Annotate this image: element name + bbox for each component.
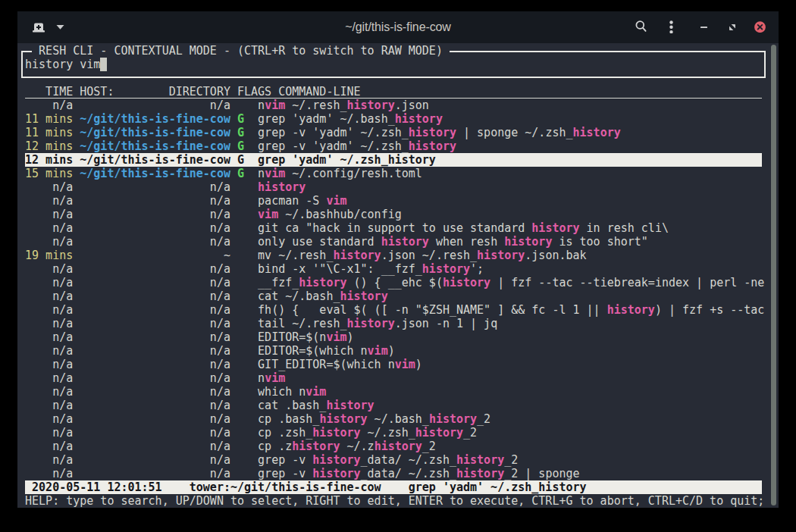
history-row[interactable]: n/a n/a grep -v history_data/ ~/.zsh_his…	[18, 453, 764, 467]
match-highlight: vim	[368, 344, 388, 358]
row-directory: ~/git/this-is-fine-cow	[80, 167, 230, 180]
row-flags	[237, 399, 244, 412]
match-highlight: history	[573, 126, 621, 139]
row-flags	[237, 453, 244, 467]
row-directory: n/a	[80, 385, 230, 399]
close-button[interactable]	[754, 21, 766, 33]
row-command: ) | fzf +s --tac	[655, 303, 765, 317]
history-row[interactable]: n/a n/a only use standard history when r…	[18, 235, 764, 249]
history-row[interactable]: n/a n/a __fzf_history () { __ehc $(histo…	[18, 276, 764, 289]
history-row[interactable]: 11 mins ~/git/this-is-fine-cow G grep 'y…	[18, 112, 764, 126]
row-command: cat ~/.bash_	[258, 289, 340, 303]
row-flags	[237, 358, 244, 371]
history-row[interactable]: n/a n/a git ca "hack in support to use s…	[18, 221, 764, 235]
close-icon	[754, 21, 766, 33]
row-flags	[237, 385, 244, 399]
row-command: pacman -S	[258, 194, 326, 208]
row-time: n/a	[25, 440, 73, 453]
match-highlight: history	[409, 139, 456, 153]
row-flags	[237, 99, 244, 112]
match-highlight: vim	[265, 99, 285, 112]
history-row[interactable]: n/a n/a which nvim	[18, 385, 764, 399]
history-row[interactable]: n/a n/a EDITOR=$(which nvim)	[18, 344, 764, 358]
history-row[interactable]: 12 mins ~/git/this-is-fine-cow G grep 'y…	[18, 153, 764, 167]
row-time: n/a	[25, 371, 73, 385]
match-highlight: history	[312, 467, 360, 480]
row-command: .json ~/.resh_	[381, 249, 477, 262]
row-command: n	[258, 371, 265, 385]
kebab-menu-icon	[669, 20, 673, 33]
history-row[interactable]: n/a n/a bind -x '"\C-x1": __fzf_history'…	[18, 262, 764, 276]
history-row[interactable]: n/a n/a grep -v history_data/ ~/.zsh_his…	[18, 467, 764, 480]
match-highlight: vim	[265, 167, 285, 180]
history-row[interactable]: n/a n/a GIT_EDITOR=$(which nvim)	[18, 358, 764, 371]
history-row[interactable]: n/a n/a fh() { eval $( ([ -n "$ZSH_NAME"…	[18, 303, 764, 317]
row-command: fh() { eval $( ([ -n "$ZSH_NAME" ] && fc…	[258, 303, 607, 317]
row-flags	[237, 208, 244, 221]
row-command: ~/.zsh_	[361, 426, 415, 440]
match-highlight: history	[504, 235, 552, 249]
row-command: | sponge ~/.zsh_	[456, 126, 573, 139]
history-row[interactable]: n/a n/a history	[18, 180, 764, 194]
row-command: tail ~/.resh_	[258, 317, 346, 330]
row-directory: n/a	[80, 358, 230, 371]
history-row[interactable]: n/a n/a cat ~/.bash_history	[18, 289, 764, 303]
row-time: n/a	[25, 385, 73, 399]
history-row[interactable]: n/a n/a vim ~/.bashhub/config	[18, 208, 764, 221]
row-flags	[237, 235, 244, 249]
match-highlight: history	[531, 221, 579, 235]
history-row[interactable]: n/a n/a tail ~/.resh_history.json -n 1 |…	[18, 317, 764, 330]
row-directory: n/a	[80, 426, 230, 440]
history-row[interactable]: n/a n/a EDITOR=$(nvim)	[18, 330, 764, 344]
match-highlight: history	[299, 276, 346, 289]
match-highlight: history	[429, 412, 477, 426]
history-row[interactable]: n/a n/a cp .bash_history ~/.bash_history…	[18, 412, 764, 426]
row-command: only use standard	[258, 235, 381, 249]
row-directory: n/a	[80, 412, 230, 426]
history-row[interactable]: n/a n/a nvim	[18, 371, 764, 385]
row-directory: n/a	[80, 440, 230, 453]
text-cursor	[100, 58, 107, 71]
history-row[interactable]: n/a n/a cp .zsh_history ~/.zsh_history_2	[18, 426, 764, 440]
history-row[interactable]: 12 mins ~/git/this-is-fine-cow G grep -v…	[18, 139, 764, 153]
history-row[interactable]: n/a n/a nvim ~/.resh_history.json	[18, 99, 764, 112]
restore-button[interactable]	[729, 24, 735, 30]
row-directory: n/a	[80, 453, 230, 467]
row-command: )	[347, 330, 354, 344]
scrollbar-thumb[interactable]	[771, 45, 776, 505]
match-highlight: history	[374, 440, 422, 453]
row-time: 11 mins	[25, 126, 73, 139]
terminal-grid: RESH CLI - CONTEXTUAL MODE - (CTRL+R to …	[18, 44, 764, 508]
menu-button[interactable]	[669, 20, 673, 33]
history-row[interactable]: n/a n/a pacman -S vim	[18, 194, 764, 208]
row-command: _2 | sponge	[504, 467, 579, 480]
row-command: grep -v	[258, 467, 312, 480]
titlebar: ~/git/this-is-fine-cow	[17, 11, 779, 43]
history-row[interactable]: n/a n/a cp .zhistory ~/.zhistory_2	[18, 440, 764, 453]
match-highlight: history	[381, 235, 429, 249]
history-row[interactable]: 15 mins ~/git/this-is-fine-cow G nvim ~/…	[18, 167, 764, 180]
row-directory: n/a	[80, 235, 230, 249]
row-time: 15 mins	[25, 167, 73, 180]
history-row[interactable]: 19 mins ~ mv ~/.resh_history.json ~/.res…	[18, 249, 764, 262]
row-time: n/a	[25, 453, 73, 467]
history-row[interactable]: n/a n/a cat .bash_history	[18, 399, 764, 412]
row-directory: n/a	[80, 303, 230, 317]
row-command: when resh	[429, 235, 504, 249]
row-time: n/a	[25, 99, 73, 112]
row-command: _2	[504, 453, 518, 467]
match-highlight: vim	[306, 385, 326, 399]
match-highlight: history	[347, 317, 395, 330]
row-flags	[237, 412, 244, 426]
frame-title-row: RESH CLI - CONTEXTUAL MODE - (CTRL+R to …	[18, 44, 764, 58]
search-input-row[interactable]: history vim	[18, 58, 764, 71]
row-command: is too short"	[552, 235, 647, 249]
minimize-button[interactable]	[700, 27, 707, 28]
search-button[interactable]	[635, 20, 647, 33]
row-directory: n/a	[80, 289, 230, 303]
resh-mode-title: RESH CLI - CONTEXTUAL MODE - (CTRL+R to …	[32, 44, 450, 58]
row-directory: n/a	[80, 221, 230, 235]
row-directory: n/a	[80, 399, 230, 412]
history-row[interactable]: 11 mins ~/git/this-is-fine-cow G grep -v…	[18, 126, 764, 139]
match-highlight: history	[319, 412, 367, 426]
